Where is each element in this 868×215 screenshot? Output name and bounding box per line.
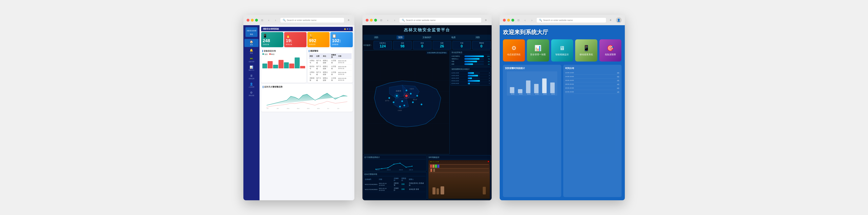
svg-text:2021-20: 2021-20 (376, 169, 380, 170)
nav-back-button[interactable]: ‹ (267, 18, 271, 23)
time-slot-count: 4次 (617, 83, 619, 86)
minimize-button-3[interactable] (507, 19, 510, 22)
mini-chart-panel: 近7天报警趋势统计 2021-20 (363, 155, 427, 171)
browser-window-3: ⊡ ‹ › 🔍 Search or enter website name + 👤… (500, 15, 625, 200)
table-row: 消防报警 地下大楼 报警点 报警 火灾报警 2022-03-09 10:01:3… (309, 76, 351, 82)
nav-forward-button-3[interactable]: › (530, 18, 534, 23)
sidebar-item-settings[interactable]: ⚙ 系统设置 (244, 90, 258, 98)
address-bar-1[interactable]: 🔍 Search or enter website name (280, 18, 344, 23)
alarm-row: NO21YD24029002 2021-03-14 14:16:43 文物保护 … (364, 187, 426, 192)
svg-rect-54 (542, 79, 547, 93)
maximize-button-2[interactable] (374, 19, 377, 22)
time-count: 2 (489, 78, 490, 79)
svg-point-41 (394, 164, 394, 164)
minimize-button[interactable] (251, 19, 254, 22)
close-button[interactable] (247, 19, 249, 22)
home-icon: 🏠 (245, 40, 258, 43)
cell-action[interactable]: 查看 (401, 187, 408, 192)
sidebar-item-home[interactable]: 🏠 首页 (244, 39, 258, 47)
module-card-safety[interactable]: 📊 安全管理一张图 (527, 39, 549, 62)
browser-window-1: ⊡ ‹ › 🔍 Search or enter website name + 消… (243, 15, 354, 200)
video-title: 实时视频监控 (429, 156, 490, 159)
titlebar-3: ⊡ ‹ › 🔍 Search or enter website name + 👤 (500, 15, 625, 25)
close-button-3[interactable] (503, 19, 506, 22)
new-tab-button-3[interactable]: + (608, 18, 613, 23)
window-expand-icon[interactable]: ⊡ (260, 18, 265, 22)
table-row: 火警信号 地下大楼 报警点 报警 火灾报警 2022-03-09 10:01:3… (309, 70, 351, 76)
svg-point-23 (393, 101, 394, 103)
user-avatar[interactable]: 👤 (616, 17, 622, 23)
window-expand-icon-2[interactable]: ⊡ (379, 18, 383, 22)
address-bar-2[interactable]: 🔍 Search or enter website name (399, 18, 482, 23)
cell-handler: 省保监查 查看 (408, 187, 426, 192)
nav-item-relics[interactable]: 文物保护 (421, 35, 433, 39)
video-icon: 🖥 (559, 45, 565, 52)
today-label: 今日监控： (363, 44, 372, 47)
bar-item (262, 64, 268, 68)
sidebar-item-report[interactable]: 📊 报告中心 (244, 64, 258, 72)
sidebar-item-monitor[interactable]: 🖥 巡检监测 (244, 73, 258, 81)
new-tab-button-1[interactable]: + (346, 18, 351, 23)
relics-nav: 消防 安防 文物保护 地质 消防 (363, 35, 491, 40)
module-card-patrol[interactable]: ⚙ 动态巡逻系统 (503, 39, 525, 62)
window-expand-icon-3[interactable]: ⊡ (516, 18, 521, 22)
nav-item-fire[interactable]: 消防 (372, 35, 380, 39)
time-count: 1 (489, 83, 490, 84)
module-card-mobile[interactable]: 📱 移动巡查系统 (575, 39, 597, 62)
time-row: 20:00-22:00 6 (452, 80, 490, 82)
new-tab-button-2[interactable]: + (484, 18, 488, 23)
time-row-3: 14:00-16:00 5次 (565, 75, 620, 79)
nav-forward-button-2[interactable]: › (392, 18, 397, 23)
right-panels-2: 安全监管状态 全省文物单位 100 省级及以上 (451, 50, 491, 154)
time-slot: 14:00-16:00 (452, 75, 459, 76)
svg-text:四平市: 四平市 (385, 100, 389, 102)
bar-value: 78 (485, 58, 490, 60)
svg-text:20/10: 20/10 (287, 108, 289, 109)
maximize-button-3[interactable] (512, 19, 514, 22)
sidebar-item-device[interactable]: 📟 设备管理 (244, 56, 258, 64)
nav-item-fire2[interactable]: 消防 (474, 35, 482, 39)
sidebar-label-alarm: 警报 (250, 53, 253, 54)
time-slot-count: 6次 (617, 87, 619, 89)
svg-rect-55 (550, 83, 555, 93)
security-bar-item: 县级 45 (452, 63, 490, 65)
module-card-danger[interactable]: 🎯 危险源预警 (599, 39, 622, 62)
maximize-button[interactable] (255, 19, 258, 22)
time-row: 16:00-18:00 2 (452, 77, 490, 80)
stat-label-alarm: 报警设备 (286, 43, 305, 45)
bar-item (273, 65, 278, 68)
address-bar-3[interactable]: 🔍 Search or enter website name (536, 18, 606, 23)
alarm-scroll: 任务编号 日期 文物保护 查看监控 报警人 NO21YD (364, 177, 426, 192)
nav-item-security[interactable]: 安防 (397, 35, 404, 39)
traffic-lights-2 (366, 19, 377, 22)
time-count: 6 (489, 80, 490, 82)
nav-back-button-3[interactable]: ‹ (523, 18, 528, 23)
bar-chart-title: 设备状态分布 (262, 50, 305, 53)
bar-track (464, 61, 484, 62)
svg-text:21/1: 21/1 (327, 108, 329, 109)
col-type: 文物保护 (393, 177, 401, 182)
cell-date: 2021-03-14 14:16:43 (378, 187, 393, 192)
cell-alarm-type: 火灾报警 (330, 65, 337, 70)
svg-text:20/20: 20/20 (307, 108, 310, 109)
nav-forward-button[interactable]: › (273, 18, 278, 23)
minimize-button-2[interactable] (370, 19, 373, 22)
svg-text:12:00: 12:00 (535, 93, 539, 95)
module-card-video[interactable]: 🖥 智能视频监控 (551, 39, 574, 62)
svg-text:白城市: 白城市 (398, 110, 402, 111)
col-action: 查看监控 (401, 177, 408, 182)
cell-action[interactable]: 查看 (401, 182, 408, 187)
sidebar-logo: 消防安全管理系统 (245, 27, 257, 37)
stat-value-alarm: 19: (286, 38, 305, 43)
time-bar-fill (468, 72, 474, 74)
nav-back-button-2[interactable]: ‹ (385, 18, 390, 23)
sidebar-item-alarm[interactable]: 🔔 警报 (244, 48, 258, 56)
chart-legend: 当日 昨日 (262, 53, 305, 56)
sidebar-item-users[interactable]: 👤 人员管理 (244, 81, 258, 89)
col-header-date: 日期 (337, 53, 351, 59)
nav-item-geo[interactable]: 地质 (450, 35, 457, 39)
close-button-2[interactable] (366, 19, 369, 22)
mini-chart-svg: 2021-20 2021-21 2021-06 2021-19 (364, 160, 426, 170)
svg-point-43 (406, 167, 406, 167)
map-area: 吉林市 长春市 四平市 通化市 白城市 全省文物单位安全监管地址 (363, 50, 450, 154)
